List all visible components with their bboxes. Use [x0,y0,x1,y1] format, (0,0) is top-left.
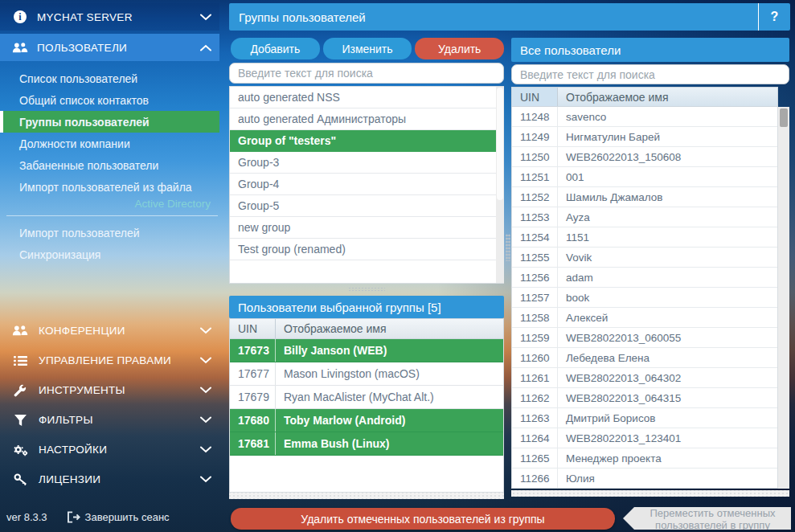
remove-from-group-button[interactable]: Удалить отмеченных пользователей из груп… [231,508,615,530]
users-search-input[interactable] [511,64,789,84]
scrollbar-thumb[interactable] [780,108,788,127]
group-members-table: 17673 Billy Janson (WEB) 17677 Mason Liv… [229,339,504,493]
cell-uin: 17681 [230,432,276,455]
delete-group-button[interactable]: Удалить [415,38,504,59]
chevron-down-icon [200,387,211,394]
group-list-item[interactable]: Group-3 [230,152,503,174]
sidebar-item-filters[interactable]: ФИЛЬТРЫ [0,405,219,435]
group-list-item[interactable]: auto generated Администраторы [230,108,503,130]
cell-name: Ryan MacAlister (MyChat Alt.) [276,386,503,408]
table-row[interactable]: 11262 WEB28022013_064315 [512,388,777,408]
group-list-item[interactable]: Group-4 [230,174,503,195]
group-list-item[interactable]: Group-5 [230,195,503,217]
table-row[interactable]: 17680 Toby Marlow (Android) [230,409,503,432]
cell-name: Менеджер проекта [558,448,777,468]
page-header: Группы пользователей ? [229,3,790,31]
sidebar-submenu-item-label: Группы пользователей [19,116,150,129]
sidebar-submenu-item-label: Импорт пользователей [19,227,140,239]
members-hscrollbar[interactable] [229,493,504,499]
table-row[interactable]: 11252 Шамиль Джамалов [512,187,777,207]
sidebar-item-users-section[interactable]: ПОЛЬЗОВАТЕЛИ [0,34,219,61]
table-row[interactable]: 11263 Дмитрий Борисов [512,408,777,428]
cell-uin: 11263 [512,408,558,428]
edit-group-button[interactable]: Изменить [323,38,412,59]
sidebar: i MYCHAT SERVER ПОЛЬЗОВАТЕЛИ Список поль… [0,0,227,532]
cell-uin: 11258 [512,308,558,327]
scrollbar-thumb[interactable] [497,88,503,200]
sidebar-submenu-item[interactable]: Синхронизация [0,243,219,265]
table-row[interactable]: 11265 Менеджер проекта [512,448,777,469]
group-name: auto generated Администраторы [238,113,406,125]
cell-name: WEB28022013_060055 [558,328,777,347]
sidebar-users-label: ПОЛЬЗОВАТЕЛИ [37,42,192,54]
table-row[interactable]: 11254 1151 [512,227,777,248]
logout-icon [67,511,80,523]
group-list-item[interactable]: new group [230,217,503,239]
table-row[interactable]: 11248 savenco [512,107,777,127]
table-row[interactable]: 11257 book [512,288,777,308]
sidebar-item-tools[interactable]: ИНСТРУМЕНТЫ [0,375,219,405]
sidebar-item-licenses[interactable]: ЛИЦЕНЗИИ [0,464,219,494]
table-row[interactable]: 17679 Ryan MacAlister (MyChat Alt.) [230,386,503,409]
sidebar-item-settings[interactable]: НАСТРОЙКИ [0,435,219,464]
vertical-splitter[interactable] [505,86,511,489]
table-row[interactable]: 11256 adam [512,268,777,288]
column-header-uin[interactable]: UIN [512,88,558,106]
table-row[interactable]: 11258 Алексей [512,308,777,328]
table-row[interactable]: 11251 001 [512,167,777,187]
column-header-name[interactable]: Отображаемое имя [558,88,669,106]
groups-search-input[interactable] [229,63,504,84]
groups-list-scrollbar[interactable] [496,87,504,283]
table-row[interactable]: 11249 Нигматулин Барей [512,127,777,147]
users-scrollbar[interactable] [778,107,789,489]
logout-button[interactable]: Завершить сеанс [67,511,170,523]
sidebar-submenu-item[interactable]: Импорт пользователей [0,222,219,243]
sidebar-submenu-item[interactable]: Забаненные пользователи [0,154,219,176]
sidebar-active-directory-label[interactable]: Active Directory [0,198,211,210]
move-to-group-button[interactable]: Переместить отмеченных пользователей в г… [623,507,791,530]
chevron-down-icon [200,476,211,483]
section-label: НАСТРОЙКИ [39,444,191,456]
table-row[interactable]: 17673 Billy Janson (WEB) [230,339,503,362]
table-row[interactable]: 11253 Ayza [512,207,777,227]
sidebar-item-rights[interactable]: УПРАВЛЕНИЕ ПРАВАМИ [0,346,219,375]
group-list-item[interactable]: Group of "testers" [230,130,503,152]
sidebar-item-mychat-server[interactable]: i MYCHAT SERVER [0,3,219,31]
table-row[interactable]: 11261 WEB28022013_064302 [512,368,777,388]
logout-label: Завершить сеанс [85,511,170,523]
cell-name: WEB28022013_123401 [558,428,777,448]
column-header-name[interactable]: Отображаемое имя [276,319,387,338]
sidebar-item-conferences[interactable]: КОНФЕРЕНЦИИ [0,316,219,346]
add-group-button[interactable]: Добавить [231,38,320,59]
table-row[interactable]: 11259 WEB28022013_060055 [512,328,777,348]
users-icon [11,42,29,54]
cell-name: Нигматулин Барей [558,127,777,146]
cell-uin: 11259 [512,328,558,347]
table-row[interactable]: 11264 WEB28022013_123401 [512,428,777,448]
sidebar-submenu-item[interactable]: Список пользователей [0,68,219,89]
list-icon [11,355,29,366]
sidebar-submenu-item[interactable]: Группы пользователей [0,111,219,133]
table-row[interactable]: 17677 Mason Livingston (macOS) [230,362,503,386]
sidebar-submenu-item[interactable]: Общий список контактов [0,89,219,111]
table-row[interactable]: 11255 Vovik [512,248,777,268]
table-row[interactable]: 11260 Лебедева Елена [512,348,777,368]
group-list-item[interactable]: auto generated NSS [230,87,503,108]
sidebar-submenu-item-label: Общий список контактов [19,94,149,107]
column-header-uin[interactable]: UIN [230,319,276,338]
version-label: ver 8.3.3 [6,511,47,523]
help-button[interactable]: ? [759,10,790,24]
group-list-item[interactable]: Test group (renamed) [230,239,503,260]
sidebar-submenu-item[interactable]: Импорт пользователей из файла [0,176,219,198]
chevron-down-icon [200,14,211,21]
table-row[interactable]: 11266 Юлия [512,469,777,489]
cell-name: Ayza [558,207,777,227]
cell-uin: 11254 [512,227,558,247]
sidebar-submenu-item[interactable]: Должности компании [0,133,219,154]
horizontal-splitter[interactable] [229,285,504,293]
table-row[interactable]: 11250 WEB26022013_150608 [512,147,777,167]
cell-uin: 17679 [230,386,276,408]
users-hscrollbar[interactable] [511,490,789,497]
table-row[interactable]: 17681 Emma Bush (Linux) [230,432,503,456]
cell-uin: 11255 [512,248,558,267]
